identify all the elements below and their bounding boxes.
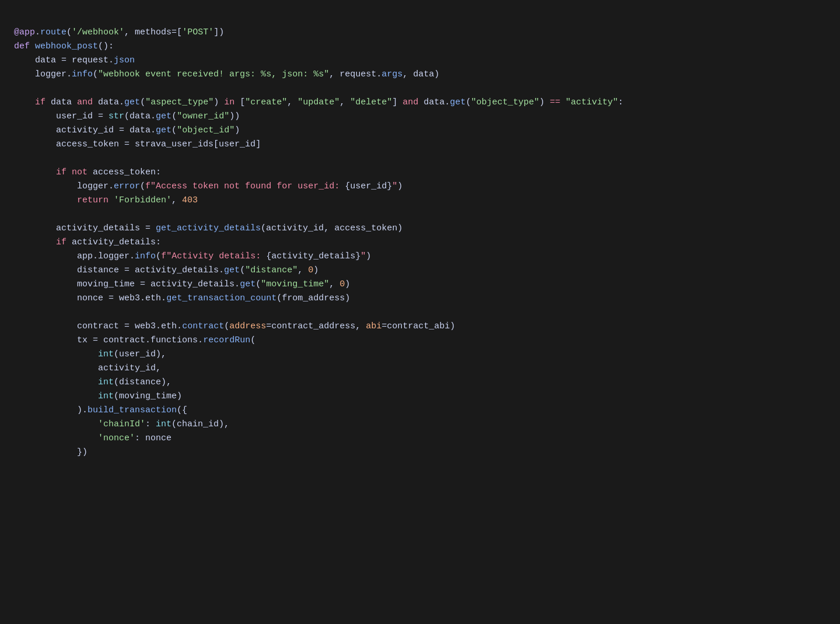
string-post: 'POST' bbox=[182, 27, 214, 37]
code-container: @app.route('/webhook', methods=['POST'])… bbox=[0, 0, 840, 624]
string-webhook: '/webhook' bbox=[72, 27, 124, 37]
kw-def: def bbox=[14, 41, 35, 51]
decorator: @app bbox=[14, 27, 35, 37]
fn-webhook-post: webhook_post bbox=[35, 41, 98, 51]
code-block: @app.route('/webhook', methods=['POST'])… bbox=[14, 12, 826, 474]
route-call: route bbox=[40, 27, 66, 37]
